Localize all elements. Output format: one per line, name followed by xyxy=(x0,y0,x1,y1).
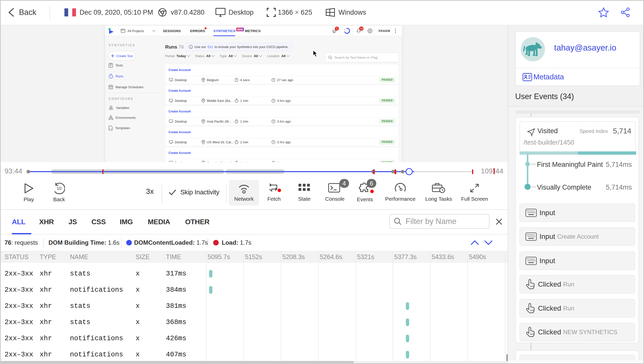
svg-text:10: 10 xyxy=(57,186,62,191)
